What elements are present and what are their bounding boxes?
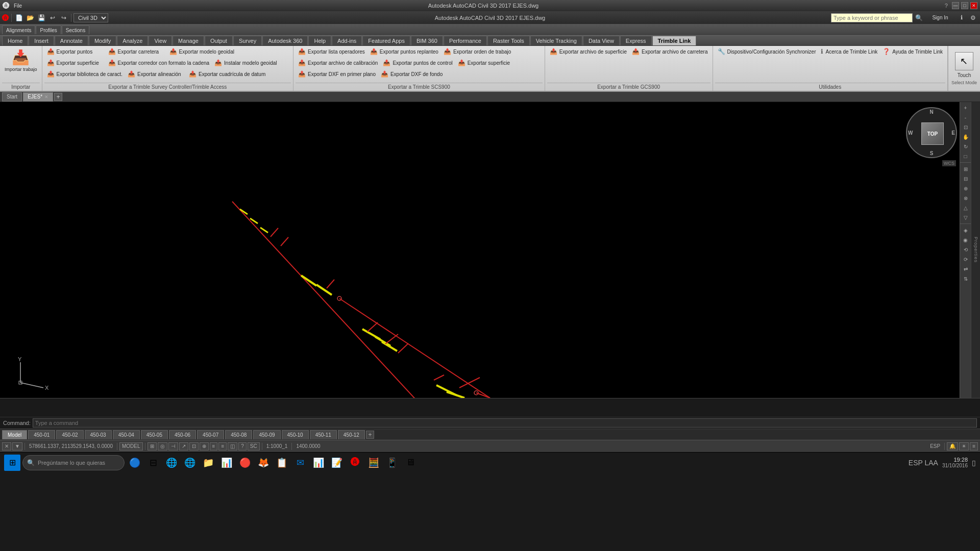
layout-tab-450-04[interactable]: 450-04 [113, 430, 140, 439]
exportar-dxf-fondo-button[interactable]: 📤Exportar DXF de fondo [378, 69, 445, 79]
transparency-button[interactable]: ◫ [228, 442, 237, 450]
dyn-button[interactable]: ≡ [210, 442, 218, 450]
zoom-in-button[interactable]: + [961, 103, 970, 112]
taskbar-firefox[interactable]: 🦊 [255, 455, 272, 471]
lineweight-button[interactable]: ≡ [218, 442, 227, 450]
notify-button[interactable]: 🔔 [947, 442, 958, 450]
tab-manage[interactable]: Manage [173, 36, 204, 45]
exportar-puntos-replanteo-button[interactable]: 📤Exportar puntos replanteo [368, 47, 441, 56]
model-button[interactable]: MODEL [119, 442, 143, 450]
start-button[interactable]: ⊞ [4, 455, 20, 471]
taskbar-extra1[interactable]: 📱 [384, 455, 400, 471]
search-input[interactable] [831, 13, 913, 22]
layout-tab-450-07[interactable]: 450-07 [197, 430, 224, 439]
redo-button[interactable]: ↪ [59, 13, 69, 23]
tab-featured-apps[interactable]: Featured Apps [362, 36, 410, 45]
tool5-button[interactable]: △ [961, 203, 970, 212]
taskbar-outlook[interactable]: ✉ [292, 455, 308, 471]
tab-raster-tools[interactable]: Raster Tools [487, 36, 530, 45]
view3d-button[interactable]: □ [961, 152, 970, 161]
exportar-corredor-button[interactable]: 📤Exportar corredor con formato la cadena [106, 58, 212, 67]
layout-tab-model[interactable]: Model [2, 430, 27, 439]
taskbar-chrome[interactable]: 🔴 [237, 455, 253, 471]
tab-bim360[interactable]: BIM 360 [411, 36, 443, 45]
tab-view[interactable]: View [149, 36, 172, 45]
tab-addins[interactable]: Add-ins [332, 36, 362, 45]
search-button[interactable]: 🔍 [914, 13, 924, 23]
sc-button[interactable]: SC [248, 442, 260, 450]
dispositivo-config-button[interactable]: 🔧Dispositivo/Configuración Synchronizer [715, 47, 819, 56]
layout-tab-450-11[interactable]: 450-11 [310, 430, 337, 439]
layout-tab-450-03[interactable]: 450-03 [85, 430, 112, 439]
undo-button[interactable]: ↩ [47, 13, 58, 23]
exportar-orden-button[interactable]: 📤Exportar orden de trabajo [441, 47, 513, 56]
minimize-button[interactable]: — [952, 2, 959, 9]
layout-tab-450-08[interactable]: 450-08 [225, 430, 252, 439]
layout-tab-450-10[interactable]: 450-10 [282, 430, 309, 439]
tool12-button[interactable]: ⇅ [961, 274, 970, 283]
tab-home[interactable]: Home [2, 36, 28, 45]
new-tab-button[interactable]: + [54, 93, 62, 101]
close-button[interactable]: ✕ [970, 2, 977, 9]
zoom-out-button[interactable]: - [961, 113, 970, 122]
open-button[interactable]: 📂 [25, 13, 35, 23]
main-viewport[interactable]: Toolspace [0, 102, 980, 398]
taskbar-calc[interactable]: 🧮 [365, 455, 382, 471]
tab-vehicle-tracking[interactable]: Vehicle Tracking [530, 36, 582, 45]
tool8-button[interactable]: ◉ [961, 235, 970, 244]
otrack-button[interactable]: ⊕ [200, 442, 209, 450]
maximize-button[interactable]: □ [961, 2, 968, 9]
taskbar-office[interactable]: 📋 [274, 455, 290, 471]
tool10-button[interactable]: ⟳ [961, 255, 970, 264]
help-icon[interactable]: ? [943, 3, 950, 9]
viewcube[interactable]: N S E W TOP WCS [906, 107, 957, 158]
tab-express[interactable]: Express [620, 36, 652, 45]
settings-icon[interactable]: ⚙ [968, 13, 978, 23]
qp-button[interactable]: ? [238, 442, 247, 450]
polar-button[interactable]: ↗ [179, 442, 188, 450]
exportar-archivo-cal-button[interactable]: 📤Exportar archivo de calibración [296, 58, 380, 67]
taskbar-edge[interactable]: 🌐 [182, 455, 198, 471]
tab-help[interactable]: Help [308, 36, 331, 45]
snap-button[interactable]: ◎ [158, 442, 167, 450]
exportar-superficie-scs-button[interactable]: 📤Exportar superficie [455, 58, 517, 67]
menu-file[interactable]: File [12, 3, 24, 9]
taskbar-autocad[interactable]: 🅐 [347, 455, 363, 471]
touch-button[interactable]: Touch [958, 72, 971, 78]
taskbar-ie[interactable]: 🌐 [163, 455, 180, 471]
tool7-button[interactable]: ◈ [961, 226, 970, 235]
zoom-extents-button[interactable]: ⊡ [961, 122, 970, 132]
tab-performance[interactable]: Performance [444, 36, 487, 45]
exportar-dxf-primer-button[interactable]: 📤Exportar DXF en primer plano [296, 69, 378, 79]
tab-data-view[interactable]: Data View [583, 36, 620, 45]
tool2-button[interactable]: ⊟ [961, 174, 970, 183]
taskbar-clock[interactable]: 19:28 31/10/2016 [942, 457, 968, 468]
signin-button[interactable]: Sign In [925, 13, 955, 23]
taskbar-explorer[interactable]: 📁 [200, 455, 216, 471]
tool4-button[interactable]: ⊗ [961, 193, 970, 203]
exportar-carretera-button[interactable]: 📤Exportar carretera [106, 47, 167, 56]
layout-tab-450-01[interactable]: 450-01 [28, 430, 55, 439]
tab-annotate[interactable]: Annotate [55, 36, 88, 45]
taskbar-cortana[interactable]: 🔵 [127, 455, 143, 471]
tab-trimble-link[interactable]: Trimble Link [652, 36, 697, 45]
acerca-trimble-button[interactable]: ℹAcerca de Trimble Link [818, 47, 880, 56]
arrow-button[interactable]: ▼ [12, 442, 22, 450]
pan-button[interactable]: ✋ [961, 132, 970, 141]
new-button[interactable]: 📄 [14, 13, 24, 23]
instalar-modelo-geoidal-button[interactable]: 📤Instalar modelo geoidal [212, 58, 279, 67]
orbit-button[interactable]: ↻ [961, 142, 970, 151]
tab-output[interactable]: Output [205, 36, 233, 45]
taskbar-taskview[interactable]: ⊟ [145, 455, 161, 471]
info-button[interactable]: ℹ [957, 13, 967, 23]
exportar-puntos-control-button[interactable]: 📤Exportar puntos de control [380, 58, 455, 67]
layout-tab-450-02[interactable]: 450-02 [56, 430, 83, 439]
doc-tab-ejes[interactable]: EJES* ✕ [23, 92, 53, 102]
layout-tab-450-09[interactable]: 450-09 [253, 430, 280, 439]
app-selector[interactable]: Civil 3D [74, 13, 108, 22]
doc-tab-close-icon[interactable]: ✕ [44, 94, 48, 99]
tab-analyze[interactable]: Analyze [117, 36, 148, 45]
select-mode-button[interactable]: ↖ [955, 52, 973, 70]
exportar-puntos-button[interactable]: 📤Exportar puntos [44, 47, 106, 56]
ortho-button[interactable]: ⊣ [168, 442, 178, 450]
